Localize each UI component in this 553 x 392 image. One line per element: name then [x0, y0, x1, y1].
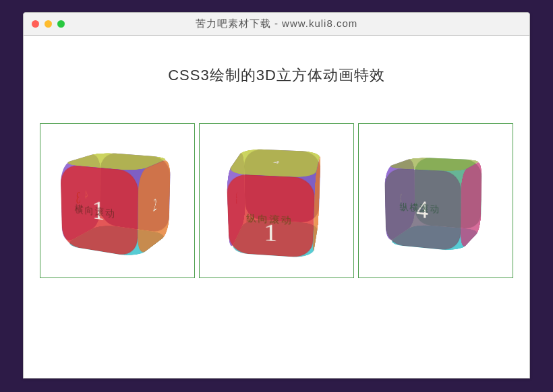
cube-face-front: 1	[227, 174, 315, 258]
window-controls	[32, 20, 65, 28]
app-window: 苦力吧素材下载 - www.kuli8.com CSS3绘制的3D立方体动画特效…	[23, 12, 530, 379]
cube-face-right: 2	[138, 158, 171, 257]
cube-face-front: 4	[384, 168, 461, 251]
page-title: CSS3绘制的3D立方体动画特效	[24, 65, 529, 86]
cube-cell-vertical[interactable]: 3 4 1 纵向滚动	[199, 123, 354, 278]
titlebar: 苦力吧素材下载 - www.kuli8.com	[24, 13, 529, 36]
content-area: CSS3绘制的3D立方体动画特效 4 3 2 1 横向滚动 3 4	[24, 36, 529, 278]
minimize-icon[interactable]	[45, 20, 52, 28]
cube-3d: 4 3 2 1 横向滚动	[82, 158, 156, 244]
maximize-icon[interactable]	[57, 20, 65, 28]
cube-3d: 3 4 纵横滚动	[401, 162, 473, 240]
cube-3d: 3 4 1 纵向滚动	[235, 160, 318, 240]
close-icon[interactable]	[32, 20, 39, 28]
cube-cell-both[interactable]: 3 4 纵横滚动	[358, 123, 513, 278]
cube-cell-horizontal[interactable]: 4 3 2 1 横向滚动	[40, 123, 195, 278]
cube-face-front: 1	[60, 164, 138, 258]
cube-row: 4 3 2 1 横向滚动 3 4 1 纵向滚动	[24, 123, 529, 278]
window-title: 苦力吧素材下载 - www.kuli8.com	[24, 18, 529, 30]
cube-face-right	[461, 160, 482, 251]
